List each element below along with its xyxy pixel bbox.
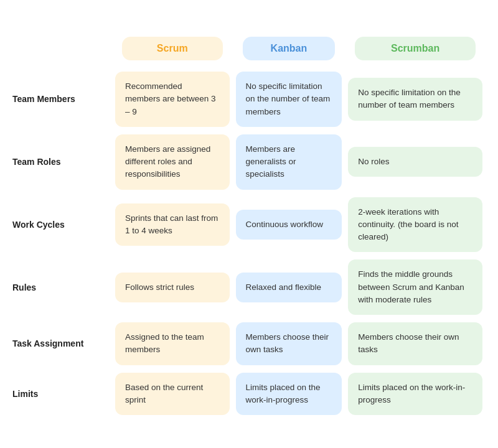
- scrum-label: Scrum: [157, 43, 188, 54]
- kanban-column-header: Kanban: [233, 29, 345, 68]
- cell-scrumban-4: Members choose their own tasks: [345, 319, 486, 369]
- table-row: Team MembersRecommended members are betw…: [12, 68, 486, 131]
- cell-kanban-5: Limits placed on the work-in-progress: [233, 369, 345, 419]
- cell-kanban-2: Continuous workflow: [233, 194, 345, 256]
- scrumban-label: Scrumban: [391, 43, 439, 54]
- empty-header: [12, 29, 112, 68]
- row-label-1: Team Roles: [12, 131, 112, 194]
- cell-scrumban-1: No roles: [345, 131, 486, 194]
- header-row: Scrum Kanban Scrumban: [12, 29, 486, 68]
- cell-scrumban-2: 2-week iterations with continuity. (the …: [345, 194, 486, 256]
- cell-scrum-2: Sprints that can last from 1 to 4 weeks: [112, 194, 233, 256]
- cell-kanban-3: Relaxed and flexible: [233, 256, 345, 319]
- row-label-0: Team Members: [12, 68, 112, 131]
- cell-kanban-0: No specific limitation on the number of …: [233, 68, 345, 131]
- scrumban-column-header: Scrumban: [345, 29, 486, 68]
- row-label-5: Limits: [12, 369, 112, 419]
- scrum-column-header: Scrum: [112, 29, 233, 68]
- cell-kanban-4: Members choose their own tasks: [233, 319, 345, 369]
- comparison-table: Scrum Kanban Scrumban Team MembersRecomm…: [12, 29, 486, 419]
- cell-scrum-1: Members are assigned different roles and…: [112, 131, 233, 194]
- cell-scrum-0: Recommended members are between 3 – 9: [112, 68, 233, 131]
- cell-scrum-3: Follows strict rules: [112, 256, 233, 319]
- cell-scrum-5: Based on the current sprint: [112, 369, 233, 419]
- table-row: RulesFollows strict rulesRelaxed and fle…: [12, 256, 486, 319]
- table-row: Work CyclesSprints that can last from 1 …: [12, 194, 486, 256]
- cell-scrumban-5: Limits placed on the work-in-progress: [345, 369, 486, 419]
- cell-scrum-4: Assigned to the team members: [112, 319, 233, 369]
- table-row: LimitsBased on the current sprintLimits …: [12, 369, 486, 419]
- cell-scrumban-0: No specific limitation on the number of …: [345, 68, 486, 131]
- row-label-3: Rules: [12, 256, 112, 319]
- kanban-label: Kanban: [271, 43, 308, 54]
- cell-kanban-1: Members are generalists or specialists: [233, 131, 345, 194]
- cell-scrumban-3: Finds the middle grounds between Scrum a…: [345, 256, 486, 319]
- table-body: Team MembersRecommended members are betw…: [12, 68, 486, 419]
- row-label-2: Work Cycles: [12, 194, 112, 256]
- table-row: Team RolesMembers are assigned different…: [12, 131, 486, 194]
- table-row: Task AssignmentAssigned to the team memb…: [12, 319, 486, 369]
- row-label-4: Task Assignment: [12, 319, 112, 369]
